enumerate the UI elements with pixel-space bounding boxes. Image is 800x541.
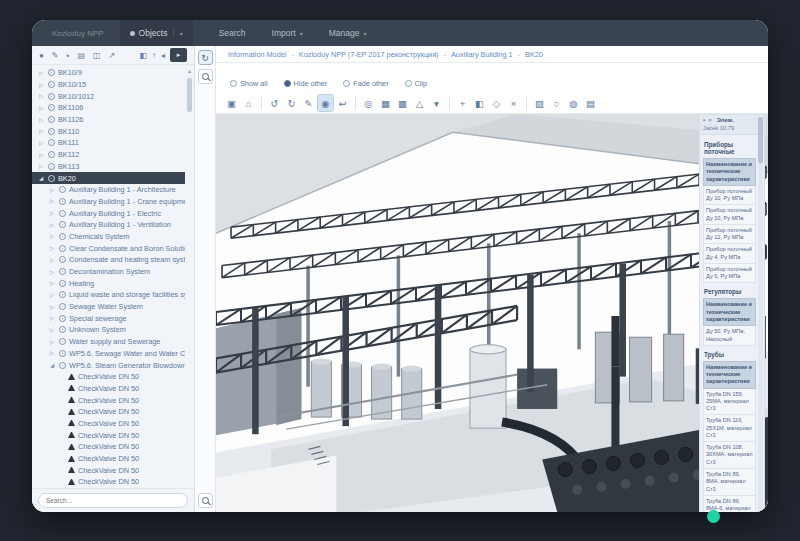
close-icon[interactable]: ×	[708, 117, 712, 123]
expander-icon[interactable]: ▷	[48, 339, 56, 345]
expander-icon[interactable]: ▷	[48, 304, 56, 310]
pin-icon[interactable]: ●	[39, 51, 44, 60]
expander-icon[interactable]: ▷	[48, 257, 56, 263]
expander-icon[interactable]: ▷	[37, 117, 45, 123]
tree-node[interactable]: ▷Liquid waste and storage facilities sys…	[32, 289, 185, 301]
view-mode-radio[interactable]: Show all	[230, 79, 268, 88]
section-item[interactable]: Прибор поточный Ду 12, Ру МПа	[703, 225, 756, 245]
menu-manage[interactable]: Manage ▾	[329, 28, 367, 38]
undo-icon[interactable]: ↩	[335, 95, 350, 111]
pin-icon[interactable]: ▪	[703, 117, 705, 123]
expander-icon[interactable]: ▷	[48, 233, 56, 239]
hatch-icon[interactable]: ▨	[532, 95, 547, 111]
expander-icon[interactable]: ▷	[37, 82, 45, 88]
expander-icon[interactable]: ◢	[48, 362, 56, 368]
focus-icon[interactable]: ◉	[318, 95, 333, 111]
tree-node[interactable]: ▷Auxiliary Building 1 - Architecture	[32, 184, 185, 196]
tree-node[interactable]: CheckValve DN 50	[32, 406, 185, 418]
tree-node[interactable]: ▷Condensate and heating steam system	[32, 254, 185, 266]
tree-node[interactable]: CheckValve DN 50	[32, 429, 185, 441]
isolate-icon[interactable]: ◎	[361, 95, 376, 111]
panel-scrollbar[interactable]	[758, 117, 763, 510]
expander-icon[interactable]: ▷	[37, 128, 45, 134]
forward-button[interactable]: ▸	[170, 48, 187, 62]
3d-viewport[interactable]: ▪× Элем. Jacek 10.79 Приборы поточныеНаи…	[216, 114, 768, 512]
tree-node[interactable]: ▷BK110	[32, 125, 185, 137]
tree-node[interactable]: ▷Sewage Water System	[32, 301, 185, 313]
menu-import[interactable]: Import ▾	[272, 28, 303, 38]
menu-search[interactable]: Search	[219, 28, 246, 38]
search-bottom-button[interactable]	[198, 493, 213, 508]
expander-icon[interactable]: ▷	[48, 327, 56, 333]
edit-icon[interactable]: ✎	[52, 51, 59, 60]
section-item[interactable]: Труба DN 116, 25Х1М, материал Ст3	[703, 415, 756, 442]
tree-node[interactable]: CheckValve DN 50	[32, 441, 185, 453]
tree-node[interactable]: ▷Special sewerage	[32, 312, 185, 324]
expander-icon[interactable]: ▷	[37, 70, 45, 76]
tree-node[interactable]: ▷BK10/15	[32, 79, 185, 91]
bulb-off-icon[interactable]: ○	[549, 95, 564, 111]
panel-toggle-icon[interactable]: ◧	[139, 51, 147, 60]
tree-node[interactable]: ▷Auxiliary Building 1 - Ventilation	[32, 219, 185, 231]
move-icon[interactable]: +	[455, 95, 470, 111]
scroll-up-icon[interactable]: ▲	[186, 68, 193, 74]
tree-node[interactable]: ▷BK1126	[32, 114, 185, 126]
tree-node[interactable]: ▷Water supply and Sewerage	[32, 336, 185, 348]
archive-icon[interactable]: ◫	[93, 51, 101, 60]
expander-icon[interactable]: ▷	[48, 222, 56, 228]
tree-node[interactable]: ▷BK1106	[32, 102, 185, 114]
delete-icon[interactable]: ×	[506, 95, 521, 111]
section-item[interactable]: Прибор поточный Ду 10, Ру МПа	[703, 205, 756, 225]
expander-icon[interactable]: ▷	[48, 245, 56, 251]
section-item[interactable]: Прибор поточный Ду 6, Ру МПа	[703, 264, 756, 284]
bulb-on-icon[interactable]: ◍	[566, 95, 581, 111]
tree-node[interactable]: ▷WP5.6. Sewage Water and Water Che...	[32, 348, 185, 360]
tree-node[interactable]: ▷BK10/9	[32, 67, 185, 79]
scrollbar-thumb[interactable]	[187, 78, 192, 112]
tree-node[interactable]: ▷BK112	[32, 149, 185, 161]
expander-icon[interactable]: ▷	[48, 210, 56, 216]
tree-node[interactable]: ▷Auxiliary Building 1 - Electric	[32, 207, 185, 219]
align-icon[interactable]: ◧	[472, 95, 487, 111]
tree-node[interactable]: ▷Decontamination System	[32, 266, 185, 278]
menu-objects-tab[interactable]: Objects | ▾	[120, 20, 193, 46]
tree-node[interactable]: CheckValve DN 50	[32, 394, 185, 406]
breadcrumb-item[interactable]: BK20	[525, 50, 543, 59]
expander-icon[interactable]: ▷	[48, 350, 56, 356]
section-item[interactable]: Труба DN 89, 8МА, материал Ст3	[703, 469, 756, 496]
tree-node[interactable]: ▷BK111	[32, 137, 185, 149]
tree-node[interactable]: CheckValve DN 50	[32, 453, 185, 465]
section-item[interactable]: Труба DN 159, 25МА, материал Ст3	[703, 389, 756, 416]
orbit-icon[interactable]: ↻	[284, 95, 299, 111]
tree-node[interactable]: ▷Unknown System	[32, 324, 185, 336]
annotate-icon[interactable]: ✎	[301, 95, 316, 111]
list-icon[interactable]: ▤	[77, 51, 85, 60]
tree-node[interactable]: CheckValve DN 50	[32, 476, 185, 488]
more-icon[interactable]: ▾	[429, 95, 444, 111]
tree-node[interactable]: ▷Clear Condensate and Boron Solution...	[32, 242, 185, 254]
tree-node[interactable]: ▷Heating	[32, 277, 185, 289]
expander-icon[interactable]: ▷	[37, 152, 45, 158]
chevron-down-icon[interactable]: ▾	[180, 30, 183, 37]
view-mode-radio[interactable]: Hide other	[284, 79, 328, 88]
tree-node[interactable]: ◢WP5.6. Steam Generator Blowdown S...	[32, 359, 185, 371]
view-mode-radio[interactable]: Fade other	[343, 79, 388, 88]
expander-icon[interactable]: ◢	[37, 175, 45, 181]
tree-node[interactable]: CheckValve DN 50	[32, 371, 185, 383]
shade-icon[interactable]: ▩	[395, 95, 410, 111]
expander-icon[interactable]: ▷	[48, 292, 56, 298]
section-item[interactable]: Ду 50, Ру МПа, Насосный	[703, 326, 756, 346]
share-icon[interactable]: ↗	[109, 51, 116, 60]
grid-icon[interactable]: ▦	[378, 95, 393, 111]
fit-icon[interactable]: ◇	[489, 95, 504, 111]
expander-icon[interactable]: ▷	[48, 187, 56, 193]
breadcrumb-item[interactable]: Information Model	[228, 50, 286, 59]
section-icon[interactable]: △	[412, 95, 427, 111]
tree-node[interactable]: ▷Chemicals System	[32, 231, 185, 243]
expander-icon[interactable]: ▷	[48, 280, 56, 286]
save-view-icon[interactable]: ▣	[224, 95, 239, 111]
section-item[interactable]: Прибор поточный Ду 10, Ру МПа	[703, 186, 756, 206]
tree-node[interactable]: CheckValve DN 50	[32, 464, 185, 476]
collapse-all-icon[interactable]: ↑	[152, 51, 156, 60]
rotate-left-icon[interactable]: ↺	[267, 95, 282, 111]
